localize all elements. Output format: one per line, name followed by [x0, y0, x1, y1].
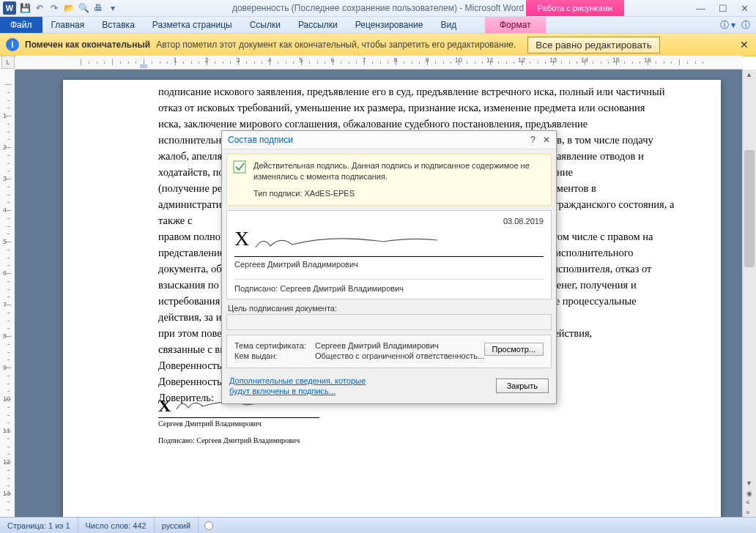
picture-tools-context: Работа с рисунками — [526, 0, 624, 16]
tab-format[interactable]: Формат — [485, 17, 546, 33]
tab-view[interactable]: Вид — [431, 17, 465, 33]
tab-layout[interactable]: Разметка страницы — [144, 17, 241, 33]
tab-review[interactable]: Рецензирование — [346, 17, 432, 33]
document-title: доверенность (Последнее сохранение польз… — [232, 3, 524, 13]
title-bar: W 💾 ↶ ↷ 📂 🔍 🖶 ▾ доверенность (Последнее … — [0, 0, 756, 17]
quick-access-toolbar: 💾 ↶ ↷ 📂 🔍 🖶 ▾ — [19, 2, 119, 14]
ribbon-tabs: Файл Главная Вставка Разметка страницы С… — [0, 17, 756, 34]
print-preview-icon[interactable]: 🔍 — [78, 2, 89, 14]
edit-anyway-button[interactable]: Все равно редактировать — [527, 37, 659, 53]
maximize-button[interactable]: ☐ — [719, 3, 727, 14]
tab-insert[interactable]: Вставка — [93, 17, 144, 33]
file-tab[interactable]: Файл — [0, 17, 42, 33]
info-title: Помечен как окончательный — [25, 40, 150, 50]
help-icon[interactable]: ⓘ — [741, 19, 750, 31]
ribbon-minimize-icon[interactable]: ⓘ ▾ — [720, 19, 735, 31]
redo-icon[interactable]: ↷ — [48, 2, 60, 14]
close-info-button[interactable]: ✕ — [740, 39, 749, 51]
info-message: Автор пометил этот документ как окончате… — [156, 40, 516, 50]
tab-home[interactable]: Главная — [42, 17, 94, 33]
open-icon[interactable]: 📂 — [63, 2, 75, 14]
window-controls: — ☐ ✕ — [696, 0, 756, 16]
undo-icon[interactable]: ↶ — [34, 2, 45, 14]
save-icon[interactable]: 💾 — [19, 2, 31, 14]
info-icon: i — [6, 38, 19, 51]
word-app-icon: W — [3, 1, 16, 15]
tab-references[interactable]: Ссылки — [241, 17, 289, 33]
marked-final-bar: i Помечен как окончательный Автор помети… — [0, 34, 756, 56]
quick-print-icon[interactable]: 🖶 — [92, 2, 104, 14]
tab-mailings[interactable]: Рассылки — [289, 17, 346, 33]
ruler-corner[interactable]: L — [1, 56, 15, 56]
close-window-button[interactable]: ✕ — [741, 3, 749, 14]
horizontal-ruler[interactable]: 12345678910111213141516 — [16, 56, 743, 56]
minimize-button[interactable]: — — [696, 3, 705, 14]
qat-more-icon[interactable]: ▾ — [107, 2, 119, 14]
